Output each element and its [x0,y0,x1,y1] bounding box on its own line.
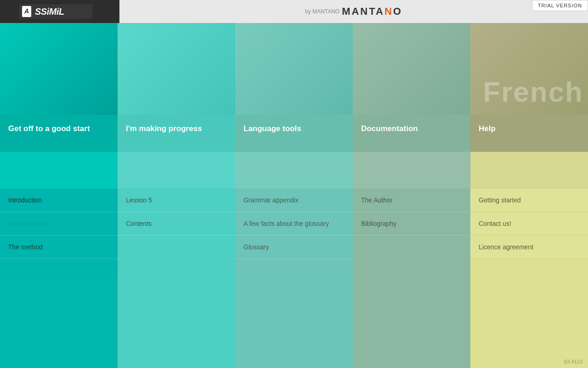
col4-item-bibliography-text: Bibliography [361,220,396,227]
col5-item-licence-text: Licence agreement [479,243,533,251]
col2-items: Lesson 5 Contents [118,189,235,278]
col4-bottom [353,278,470,368]
mantano-text: MANTANO [342,6,402,17]
col4-item-author-text: The Author [361,196,393,204]
svg-text:SSiMiL: SSiMiL [35,6,64,17]
col1-item-method-text: The method [8,243,43,251]
col5-bottom [470,278,588,368]
svg-text:A: A [24,7,29,15]
col4-items: The Author Bibliography [353,189,470,278]
col5-header: Help [470,115,588,152]
col2-image [118,23,235,115]
col1-item-method[interactable]: The method [0,236,118,259]
col4-header: Documentation [353,115,470,152]
col1-bottom [0,278,118,368]
assimil-logo: A SSiMiL [0,0,119,23]
col5-items: Getting started Contact us! Licence agre… [470,189,588,278]
col1-image [0,23,118,115]
col5-header-text: Help [479,124,496,133]
col3-item-grammar-text: Grammar appendix [243,196,299,204]
column-language-tools: Language tools Grammar appendix A few fa… [235,23,353,368]
col3-item-glossary-facts-text: A few facts about the glossary [243,220,329,227]
col2-item-lesson5-text: Lesson 5 [126,196,152,204]
col3-items: Grammar appendix A few facts about the g… [235,189,353,278]
column-get-started: Get off to a good start Introduction Pro… [0,23,118,368]
col4-image [353,23,470,115]
col1-item-pronunciation-text: Pronunciation [8,220,48,227]
col5-item-licence[interactable]: Licence agreement [470,236,588,259]
app-header: A SSiMiL by MANTANO MANTANO [0,0,588,23]
col1-item-pronunciation[interactable]: Pronunciation [0,212,118,236]
col5-item-getting-started[interactable]: Getting started [470,189,588,212]
col2-bottom [118,278,235,368]
col2-item-contents-text: Contents [126,220,152,227]
col5-item-contact[interactable]: Contact us! [470,212,588,236]
col4-item-author[interactable]: The Author [353,189,470,212]
col2-header: I'm making progress [118,115,235,152]
col3-item-glossary-facts[interactable]: A few facts about the glossary [235,212,353,236]
version-number: 63.4113 [564,359,582,364]
col3-header: Language tools [235,115,353,152]
trial-badge: TRIAL VERSION [532,0,588,11]
col3-bottom [235,278,353,368]
col3-header-text: Language tools [243,124,301,133]
french-title: French [483,75,583,108]
col1-header: Get off to a good start [0,115,118,152]
col2-item-contents[interactable]: Contents [118,212,235,236]
col3-item-glossary-text: Glossary [243,243,269,251]
col2-mid-block [118,152,235,189]
col1-header-text: Get off to a good start [8,124,90,133]
by-text: by MANTANO [305,8,339,15]
col2-item-lesson5[interactable]: Lesson 5 [118,189,235,212]
col1-item-introduction-text: Introduction [8,196,42,204]
col1-items: Introduction Pronunciation The method [0,189,118,278]
col5-mid-block [470,152,588,189]
col4-header-text: Documentation [361,124,418,133]
col3-image [235,23,353,115]
col3-item-grammar[interactable]: Grammar appendix [235,189,353,212]
col1-item-introduction[interactable]: Introduction [0,189,118,212]
col5-item-getting-started-text: Getting started [479,196,521,204]
col1-mid-block [0,152,118,189]
col4-item-bibliography[interactable]: Bibliography [353,212,470,236]
col5-item-contact-text: Contact us! [479,220,511,227]
col2-header-text: I'm making progress [126,124,202,133]
column-progress: I'm making progress Lesson 5 Contents [118,23,235,368]
mantano-logo: by MANTANO MANTANO [119,0,588,23]
col3-mid-block [235,152,353,189]
main-content: Get off to a good start Introduction Pro… [0,23,588,368]
column-help: French Help Getting started Contact us! … [470,23,588,368]
col4-mid-block [353,152,470,189]
assimil-logo-svg: A SSiMiL [18,3,101,20]
col3-item-glossary[interactable]: Glossary [235,236,353,259]
column-documentation: Documentation The Author Bibliography [353,23,470,368]
col5-image: French [470,23,588,115]
